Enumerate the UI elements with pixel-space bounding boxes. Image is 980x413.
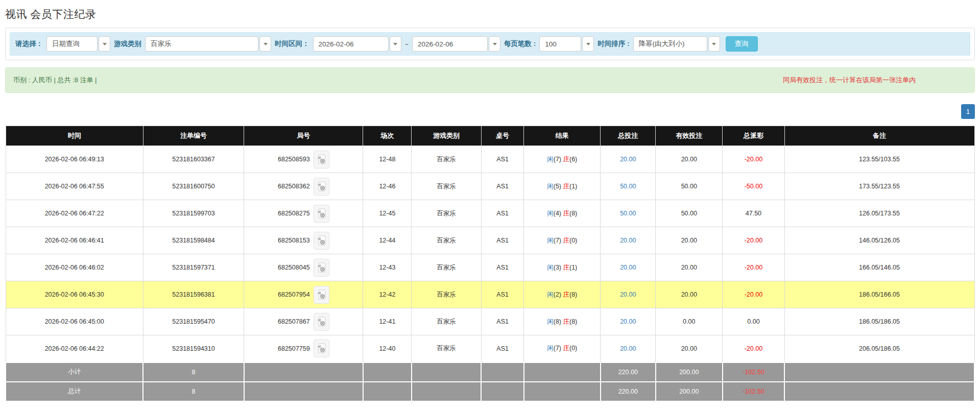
video-playback-button[interactable] xyxy=(314,259,329,277)
total-bet-link[interactable]: 20.00 xyxy=(620,237,636,244)
chevron-down-icon[interactable] xyxy=(489,36,500,52)
video-playback-button[interactable] xyxy=(314,178,329,196)
select-type-label: 请选择： xyxy=(15,39,43,48)
subtotal-row-empty xyxy=(524,362,601,382)
total-bet-link[interactable]: 20.00 xyxy=(620,345,636,352)
subtotal-row-payout: -102.50 xyxy=(723,362,784,382)
chevron-down-icon[interactable] xyxy=(99,36,110,52)
filter-bar: 请选择： 日期查询 游戏类别 百家乐 时间区间： 2026-02-06 ~ 20… xyxy=(10,32,970,56)
cell-result: 闲(5) 庄(1) xyxy=(524,173,601,200)
banker-result-label: 庄 xyxy=(563,291,570,298)
page-button-1[interactable]: 1 xyxy=(961,104,975,119)
video-playback-button[interactable] xyxy=(314,339,329,357)
round-id-text: 682508362 xyxy=(278,183,310,190)
search-button[interactable]: 查询 xyxy=(726,36,758,52)
cell-table-no: AS1 xyxy=(481,335,523,362)
cell-session: 12-45 xyxy=(363,200,412,227)
date-from-combobox[interactable]: 2026-02-06 xyxy=(313,36,401,52)
video-playback-button[interactable] xyxy=(314,232,329,250)
cell-payout: -50.00 xyxy=(723,173,784,200)
cell-valid-bet: 50.00 xyxy=(656,200,723,227)
player-result-value: (7) xyxy=(554,156,563,163)
date-to-combobox[interactable]: 2026-02-06 xyxy=(412,36,500,52)
video-playback-button[interactable] xyxy=(314,313,329,331)
cell-round-id: 682507954 xyxy=(244,281,363,308)
cell-total-bet: 20.00 xyxy=(601,254,656,281)
total-bet-link[interactable]: 20.00 xyxy=(620,264,636,271)
time-range-label: 时间区间： xyxy=(275,39,309,48)
player-result-value: (7) xyxy=(554,345,563,352)
subtotal-row-empty xyxy=(481,362,523,382)
range-tilde: ~ xyxy=(405,40,409,48)
cell-time: 2026-02-06 06:44:22 xyxy=(6,335,143,362)
cell-game-type: 百家乐 xyxy=(412,308,482,335)
caret-shape xyxy=(493,43,497,45)
date-from-value[interactable]: 2026-02-06 xyxy=(313,36,389,52)
cell-valid-bet: 0.00 xyxy=(656,308,723,335)
grand-total-row-empty xyxy=(784,382,974,401)
cell-session: 12-40 xyxy=(363,335,412,362)
video-playback-button[interactable] xyxy=(314,205,329,223)
chevron-down-icon[interactable] xyxy=(259,36,271,52)
chevron-down-icon[interactable] xyxy=(708,36,720,52)
page-size-value[interactable]: 100 xyxy=(539,36,581,52)
total-bet-link[interactable]: 20.00 xyxy=(620,291,636,298)
banker-result-value: (6) xyxy=(569,156,577,163)
game-type-combobox[interactable]: 百家乐 xyxy=(145,36,271,52)
game-type-value[interactable]: 百家乐 xyxy=(145,36,258,52)
select-type-value[interactable]: 日期查询 xyxy=(46,36,98,52)
caret-shape xyxy=(264,43,268,45)
round-id-text: 682507954 xyxy=(278,291,310,298)
total-bet-link[interactable]: 20.00 xyxy=(620,156,636,163)
cell-round-id: 682507867 xyxy=(244,308,363,335)
table-header-row: 时间注单编号局号场次游戏类别桌号结果总投注有效投注总派彩备注 xyxy=(6,126,974,146)
date-to-value[interactable]: 2026-02-06 xyxy=(412,36,488,52)
sort-order-value[interactable]: 降幂(由大到小) xyxy=(633,36,707,52)
cell-round-id: 682508045 xyxy=(244,254,363,281)
grand-total-row-empty xyxy=(524,382,601,401)
cell-payout: -20.00 xyxy=(723,227,784,254)
round-id-wrap: 682507759 xyxy=(278,339,329,357)
player-result-value: (8) xyxy=(554,318,563,325)
cell-payout: 47.50 xyxy=(723,200,784,227)
banker-result-value: (1) xyxy=(569,264,577,271)
total-bet-link[interactable]: 20.00 xyxy=(620,318,636,325)
grand-total-row: 总计8220.00200.00-102.50 xyxy=(6,382,974,401)
subtotal-row-valid-bet: 200.00 xyxy=(656,362,723,382)
select-type-combobox[interactable]: 日期查询 xyxy=(46,36,110,52)
film-icon xyxy=(317,262,326,273)
page-size-combobox[interactable]: 100 xyxy=(539,36,594,52)
cell-time: 2026-02-06 06:46:41 xyxy=(6,227,143,254)
player-result-label: 闲 xyxy=(547,210,554,217)
cell-note: 166.05/146.05 xyxy=(784,254,974,281)
cell-note: 173.55/123.55 xyxy=(784,173,974,200)
cell-result: 闲(7) 庄(0) xyxy=(524,227,601,254)
banker-result-label: 庄 xyxy=(563,183,570,190)
total-bet-link[interactable]: 50.00 xyxy=(620,183,636,190)
total-bet-link[interactable]: 50.00 xyxy=(620,210,636,217)
bet-records-table: 时间注单编号局号场次游戏类别桌号结果总投注有效投注总派彩备注 2026-02-0… xyxy=(5,126,975,402)
chevron-down-icon[interactable] xyxy=(582,36,594,52)
table-row: 2026-02-06 06:47:22523181599703682508275… xyxy=(6,200,974,227)
cell-round-id: 682508153 xyxy=(244,227,363,254)
round-id-wrap: 682508153 xyxy=(278,232,329,250)
cell-total-bet: 20.00 xyxy=(601,281,656,308)
subtotal-row-empty xyxy=(244,362,363,382)
video-playback-button[interactable] xyxy=(314,286,329,304)
filter-panel: 请选择： 日期查询 游戏类别 百家乐 时间区间： 2026-02-06 ~ 20… xyxy=(5,28,975,60)
sort-order-combobox[interactable]: 降幂(由大到小) xyxy=(633,36,720,52)
grand-total-row-count: 8 xyxy=(143,382,244,401)
grand-total-row-empty xyxy=(412,382,482,401)
chevron-down-icon[interactable] xyxy=(390,36,401,52)
grand-total-row-empty xyxy=(363,382,412,401)
cell-table-no: AS1 xyxy=(481,281,523,308)
page-size-label: 每页笔数 : xyxy=(504,39,536,48)
video-playback-button[interactable] xyxy=(314,151,329,168)
cell-round-id: 682508275 xyxy=(244,200,363,227)
round-id-wrap: 682507867 xyxy=(278,313,329,331)
subtotal-row-label: 小计 xyxy=(6,362,143,382)
player-result-value: (5) xyxy=(554,183,563,190)
player-result-label: 闲 xyxy=(547,345,554,352)
grand-total-row-valid-bet: 200.00 xyxy=(656,382,723,401)
round-id-text: 682507867 xyxy=(278,318,310,325)
